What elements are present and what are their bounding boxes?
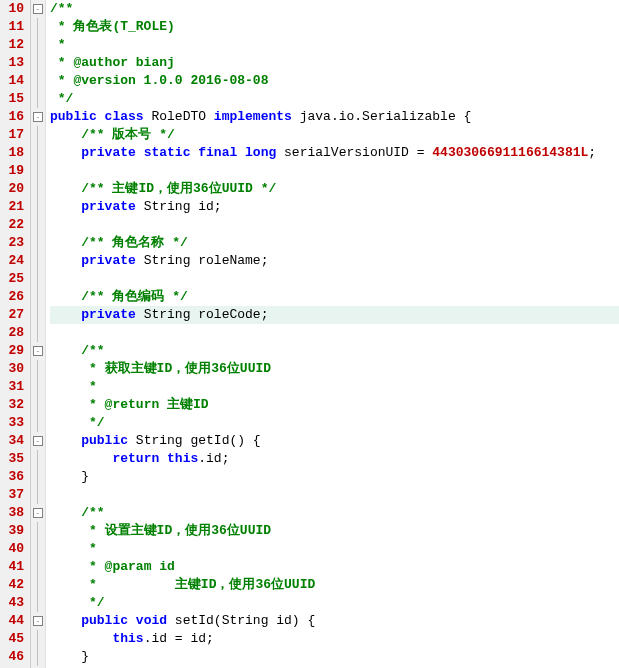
code-line[interactable] xyxy=(50,162,619,180)
token: roleName; xyxy=(198,253,268,268)
code-line[interactable]: * @author bianj xyxy=(50,54,619,72)
code-line[interactable]: /** 角色名称 */ xyxy=(50,234,619,252)
fold-cell xyxy=(31,522,45,540)
fold-cell[interactable]: - xyxy=(31,0,45,18)
code-line[interactable]: private String roleName; xyxy=(50,252,619,270)
fold-toggle-icon[interactable]: - xyxy=(33,508,43,518)
fold-toggle-icon[interactable]: - xyxy=(33,616,43,626)
fold-cell[interactable]: - xyxy=(31,432,45,450)
token: * @version 1.0.0 2016-08-08 xyxy=(50,73,268,88)
code-line[interactable] xyxy=(50,324,619,342)
fold-cell xyxy=(31,360,45,378)
token: * xyxy=(81,541,104,556)
code-line[interactable]: /** xyxy=(50,504,619,522)
fold-cell xyxy=(31,576,45,594)
fold-toggle-icon[interactable]: - xyxy=(33,436,43,446)
line-number: 18 xyxy=(0,144,26,162)
code-line[interactable]: * 获取主键ID，使用36位UUID xyxy=(50,360,619,378)
token: * @return 主键ID xyxy=(81,397,208,412)
code-line[interactable]: * 主键ID，使用36位UUID xyxy=(50,576,619,594)
code-line[interactable]: * 角色表(T_ROLE) xyxy=(50,18,619,36)
fold-cell[interactable]: - xyxy=(31,504,45,522)
code-line[interactable]: /** 角色编码 */ xyxy=(50,288,619,306)
fold-cell xyxy=(31,540,45,558)
fold-guide xyxy=(37,90,38,108)
fold-guide xyxy=(37,414,38,432)
token: /** 主键ID，使用36位UUID */ xyxy=(81,181,276,196)
code-line[interactable]: /** xyxy=(50,0,619,18)
fold-guide xyxy=(37,558,38,576)
line-number: 19 xyxy=(0,162,26,180)
code-line[interactable]: return this.id; xyxy=(50,450,619,468)
fold-toggle-icon[interactable]: - xyxy=(33,4,43,14)
fold-guide xyxy=(37,648,38,666)
code-line[interactable]: */ xyxy=(50,414,619,432)
token: * xyxy=(50,37,73,52)
token: * 获取主键ID，使用36位UUID xyxy=(81,361,271,376)
code-line[interactable]: * @version 1.0.0 2016-08-08 xyxy=(50,72,619,90)
code-line[interactable]: * xyxy=(50,36,619,54)
line-number: 36 xyxy=(0,468,26,486)
code-line[interactable]: this.id = id; xyxy=(50,630,619,648)
fold-guide xyxy=(37,522,38,540)
token: /** xyxy=(81,343,104,358)
line-number: 33 xyxy=(0,414,26,432)
fold-cell xyxy=(31,378,45,396)
token: java.io.Serializable xyxy=(300,109,464,124)
line-number: 38 xyxy=(0,504,26,522)
fold-cell xyxy=(31,594,45,612)
token: * @param id xyxy=(81,559,175,574)
fold-guide xyxy=(37,72,38,90)
token: serialVersionUID = xyxy=(284,145,432,160)
token: this xyxy=(112,631,143,646)
code-line[interactable]: private String id; xyxy=(50,198,619,216)
code-line[interactable]: /** 主键ID，使用36位UUID */ xyxy=(50,180,619,198)
line-number: 37 xyxy=(0,486,26,504)
token: /** 角色编码 */ xyxy=(81,289,188,304)
code-line[interactable]: * @return 主键ID xyxy=(50,396,619,414)
code-line[interactable]: */ xyxy=(50,594,619,612)
line-number: 45 xyxy=(0,630,26,648)
code-line[interactable]: /** 版本号 */ xyxy=(50,126,619,144)
fold-cell xyxy=(31,648,45,666)
code-line[interactable]: public void setId(String id) { xyxy=(50,612,619,630)
fold-cell xyxy=(31,288,45,306)
code-line[interactable]: * @param id xyxy=(50,558,619,576)
code-line[interactable]: private String roleCode; xyxy=(50,306,619,324)
fold-cell[interactable]: - xyxy=(31,108,45,126)
code-line[interactable] xyxy=(50,486,619,504)
line-number: 28 xyxy=(0,324,26,342)
fold-guide xyxy=(37,378,38,396)
fold-cell xyxy=(31,162,45,180)
code-area[interactable]: /** * 角色表(T_ROLE) * * @author bianj * @v… xyxy=(46,0,619,668)
code-line[interactable]: public class RoleDTO implements java.io.… xyxy=(50,108,619,126)
code-line[interactable] xyxy=(50,270,619,288)
code-line[interactable]: * xyxy=(50,540,619,558)
fold-cell[interactable]: - xyxy=(31,612,45,630)
fold-cell[interactable]: - xyxy=(31,342,45,360)
fold-toggle-icon[interactable]: - xyxy=(33,112,43,122)
fold-cell xyxy=(31,486,45,504)
fold-toggle-icon[interactable]: - xyxy=(33,346,43,356)
code-line[interactable]: private static final long serialVersionU… xyxy=(50,144,619,162)
fold-gutter[interactable]: ------ xyxy=(31,0,46,668)
fold-guide xyxy=(37,270,38,288)
code-line[interactable]: * xyxy=(50,378,619,396)
token: * 角色表(T_ROLE) xyxy=(50,19,175,34)
code-line[interactable] xyxy=(50,216,619,234)
line-number: 46 xyxy=(0,648,26,666)
fold-cell xyxy=(31,36,45,54)
fold-guide xyxy=(37,630,38,648)
fold-guide xyxy=(37,306,38,324)
code-line[interactable]: public String getId() { xyxy=(50,432,619,450)
token: private static final long xyxy=(81,145,284,160)
code-line[interactable]: } xyxy=(50,468,619,486)
fold-cell xyxy=(31,630,45,648)
code-editor[interactable]: 1011121314151617181920212223242526272829… xyxy=(0,0,619,668)
line-number: 23 xyxy=(0,234,26,252)
code-line[interactable]: * 设置主键ID，使用36位UUID xyxy=(50,522,619,540)
token: * @author bianj xyxy=(50,55,175,70)
code-line[interactable]: } xyxy=(50,648,619,666)
code-line[interactable]: */ xyxy=(50,90,619,108)
code-line[interactable]: /** xyxy=(50,342,619,360)
